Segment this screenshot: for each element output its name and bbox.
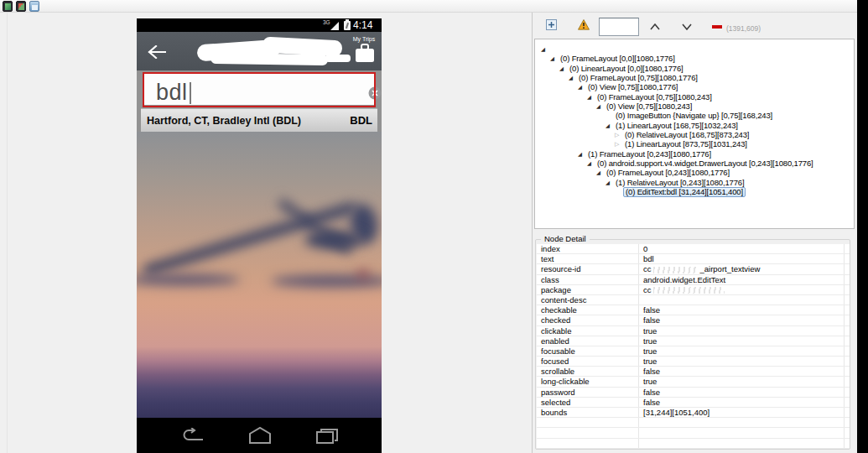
detail-key: long-clickable <box>537 377 639 386</box>
detail-value <box>639 439 845 448</box>
tree-node[interactable]: ▷(1) LinearLayout [873,75][1031,243] <box>535 139 854 148</box>
tree-expand-arrow[interactable]: ◢ <box>550 54 559 63</box>
tree-expand-arrow[interactable]: ◢ <box>587 92 595 102</box>
hierarchy-tree[interactable]: ◢◢(0) FrameLayout [0,0][1080,1776]◢(0) L… <box>534 39 855 229</box>
tree-expand-arrow[interactable]: ▷ <box>615 130 623 139</box>
expand-all-icon[interactable] <box>546 19 557 30</box>
tree-node-label: (0) View [0,75][1080,243] <box>605 102 694 111</box>
device-screenshot-icon-screen <box>5 3 11 10</box>
panel-edge-line <box>7 13 8 453</box>
tree-node-label: (1) LinearLayout [168,75][1032,243] <box>614 121 740 130</box>
node-detail-title: Node Detail <box>541 234 590 243</box>
nav-home-icon[interactable] <box>246 426 274 445</box>
detail-value <box>639 428 845 437</box>
cloud-streak <box>137 274 240 285</box>
tree-expand-arrow[interactable]: ◢ <box>578 82 586 91</box>
node-detail-table: index0textbdlresource-idcc_airport_textv… <box>537 244 850 449</box>
tree-expand-arrow[interactable]: ◢ <box>596 168 605 177</box>
node-detail-row: enabledtrue <box>537 336 850 346</box>
node-detail-row: index0 <box>537 244 850 254</box>
tree-node[interactable]: ◢(0) LinearLayout [0,0][1080,1776] <box>535 64 854 73</box>
detail-key <box>537 439 639 448</box>
tree-expand-arrow[interactable]: ◢ <box>606 121 614 130</box>
device-screenshot-icon[interactable] <box>3 1 13 12</box>
tree-node[interactable]: ◢(0) FrameLayout [0,243][1080,1776] <box>535 168 854 177</box>
detail-key: text <box>537 254 639 263</box>
detail-value: false <box>639 305 845 315</box>
node-detail-row: focusedtrue <box>537 357 850 367</box>
tree-expand-arrow[interactable]: ◢ <box>559 64 568 73</box>
redacted-smudge <box>653 287 725 294</box>
tree-search-input[interactable] <box>599 18 639 36</box>
tree-node[interactable]: ◢(1) RelativeLayout [0,243][1080,1776] <box>535 178 854 187</box>
detail-value: bdl <box>639 254 845 263</box>
main-toolbar <box>0 0 868 13</box>
node-detail-row: classandroid.widget.EditText <box>537 275 850 285</box>
tree-expand-arrow[interactable]: ◢ <box>578 149 586 159</box>
detail-key: scrollable <box>537 367 639 376</box>
tree-node[interactable]: ◢(0) View [0,75][1080,243] <box>535 102 854 111</box>
node-detail-row: long-clickabletrue <box>537 377 850 387</box>
device-screenshot-canvas[interactable]: 3G 4:14 My Trips bdl Hartford, CT, B <box>137 18 382 453</box>
network-type-label: 3G <box>323 19 330 25</box>
tree-node-label: (0) FrameLayout [0,75][1080,1776] <box>577 73 699 82</box>
tree-node-label: (0) RelativeLayout [168,75][873,243] <box>623 130 751 139</box>
android-nav-bar <box>137 418 382 453</box>
tree-node[interactable]: ◢(0) FrameLayout [0,75][1080,1776] <box>535 73 854 82</box>
save-icon[interactable] <box>29 1 39 12</box>
tree-expand-arrow[interactable]: ◢ <box>569 73 577 82</box>
airplane-body <box>304 231 363 249</box>
node-detail-row: bounds[31,244][1051,400] <box>537 408 850 418</box>
node-detail-row <box>537 439 850 449</box>
detail-value: false <box>639 388 845 397</box>
tree-node[interactable]: ◢ <box>535 44 854 54</box>
detail-key: bounds <box>537 408 639 417</box>
node-detail-row: passwordfalse <box>537 388 850 398</box>
airport-result-title: Hartford, CT, Bradley Intl (BDL) <box>147 115 301 127</box>
tree-node[interactable]: ◢(1) LinearLayout [168,75][1032,243] <box>535 121 854 130</box>
tree-expand-arrow[interactable]: ◢ <box>587 159 595 168</box>
my-trips-briefcase-icon[interactable] <box>355 44 375 64</box>
detail-key: package <box>537 285 639 294</box>
find-previous-icon[interactable] <box>650 23 660 30</box>
device-screenshot-compressed-icon[interactable] <box>16 1 26 12</box>
detail-key <box>537 428 639 437</box>
tree-node[interactable]: ◢(0) View [0,75][1080,1776] <box>535 82 854 91</box>
tree-node[interactable]: ◢(0) FrameLayout [0,75][1080,243] <box>535 92 854 102</box>
tree-node[interactable]: ◢(1) FrameLayout [0,243][1080,1776] <box>535 149 854 159</box>
detail-key: enabled <box>537 336 639 346</box>
detail-value <box>639 418 845 427</box>
tree-node-label: (0) FrameLayout [0,0][1080,1776] <box>559 54 677 63</box>
back-arrow-icon[interactable] <box>148 45 166 59</box>
nav-back-icon[interactable] <box>180 428 205 445</box>
warning-icon[interactable] <box>578 19 590 30</box>
tree-expand-arrow[interactable]: ▷ <box>615 139 623 148</box>
detail-value: true <box>639 326 845 336</box>
tree-node-label: (0) android.support.v4.widget.DrawerLayo… <box>595 159 815 168</box>
tree-node-label: (1) LinearLayout [873,75][1031,243] <box>623 139 749 148</box>
nav-recents-icon[interactable] <box>314 428 340 445</box>
airport-result-row[interactable]: Hartford, CT, Bradley Intl (BDL) BDL <box>141 108 377 132</box>
detail-value: cc <box>639 285 845 294</box>
node-detail-row: focusabletrue <box>537 346 850 357</box>
remove-icon[interactable] <box>712 25 722 29</box>
node-detail-row <box>537 428 850 438</box>
detail-key: checked <box>537 315 639 325</box>
panel-divider[interactable] <box>532 13 533 453</box>
tree-expand-arrow[interactable]: ◢ <box>541 44 549 54</box>
tree-node[interactable]: ▷(0) RelativeLayout [168,75][873,243] <box>535 130 854 139</box>
detail-key: checkable <box>537 305 639 315</box>
find-next-icon[interactable] <box>682 23 692 30</box>
tree-node[interactable]: (0) EditText:bdl [31,244][1051,400] <box>535 187 854 196</box>
node-detail-row: textbdl <box>537 254 850 264</box>
detail-value: true <box>639 346 845 356</box>
tree-expand-arrow[interactable]: ◢ <box>606 178 614 187</box>
tree-node[interactable]: (0) ImageButton {Navigate up} [0,75][168… <box>535 111 854 120</box>
detail-value: 0 <box>639 244 845 253</box>
node-detail-row: content-desc <box>537 295 850 305</box>
tree-node[interactable]: ◢(0) android.support.v4.widget.DrawerLay… <box>535 159 854 168</box>
tree-node-label: (0) View [0,75][1080,1776] <box>586 82 679 91</box>
tree-node[interactable]: ◢(0) FrameLayout [0,0][1080,1776] <box>535 54 854 63</box>
tree-expand-arrow[interactable]: ◢ <box>596 102 605 111</box>
detail-value: false <box>639 367 845 376</box>
